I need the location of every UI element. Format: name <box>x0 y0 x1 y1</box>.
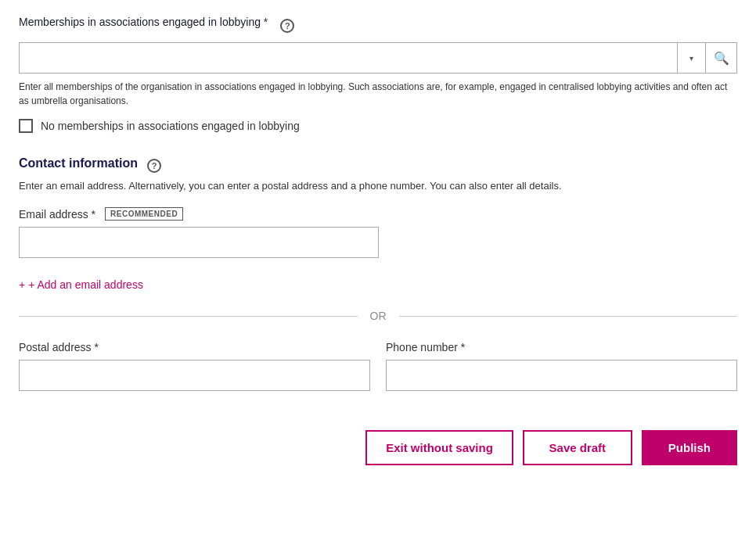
postal-label: Postal address * <box>19 341 99 353</box>
postal-label-text: Postal address <box>19 341 92 353</box>
memberships-dropdown-input[interactable] <box>20 43 677 73</box>
memberships-section: Memberships in associations engaged in l… <box>19 16 737 133</box>
memberships-label: Memberships in associations engaged in l… <box>19 16 268 28</box>
memberships-label-text: Memberships in associations engaged in l… <box>19 16 261 28</box>
memberships-help-text: Enter all memberships of the organisatio… <box>19 80 737 108</box>
contact-description: Enter an email address. Alternatively, y… <box>19 180 737 192</box>
or-label: OR <box>358 310 399 322</box>
memberships-dropdown-wrapper: ▾ 🔍 <box>19 42 737 74</box>
or-divider: OR <box>19 310 737 322</box>
postal-field-col: Postal address * <box>19 341 370 391</box>
phone-required: * <box>461 341 465 353</box>
recommended-badge: RECOMMENDED <box>105 207 183 221</box>
phone-input[interactable] <box>386 360 737 391</box>
postal-input[interactable] <box>19 360 370 391</box>
postal-required: * <box>95 341 99 353</box>
search-icon: 🔍 <box>714 51 729 66</box>
contact-title: Contact information <box>19 156 138 170</box>
email-label-text: Email address <box>19 208 88 221</box>
publish-button[interactable]: Publish <box>642 430 737 465</box>
action-bar: Exit without saving Save draft Publish <box>19 414 737 473</box>
memberships-required: * <box>264 16 268 28</box>
chevron-down-icon: ▾ <box>689 54 693 63</box>
phone-field-col: Phone number * <box>386 341 737 391</box>
email-required: * <box>92 208 95 221</box>
contact-help-icon[interactable]: ? <box>147 159 161 173</box>
save-draft-button[interactable]: Save draft <box>523 430 632 465</box>
email-field-section: Email address * RECOMMENDED <box>19 207 737 258</box>
email-input[interactable] <box>19 227 379 258</box>
add-email-label: + Add an email address <box>28 278 143 291</box>
email-label: Email address * <box>19 208 95 221</box>
email-input-wrapper <box>19 227 379 258</box>
contact-section: Contact information ? Enter an email add… <box>19 156 737 391</box>
memberships-help-icon[interactable]: ? <box>280 19 294 33</box>
exit-without-saving-button[interactable]: Exit without saving <box>365 430 513 465</box>
memberships-dropdown-arrow[interactable]: ▾ <box>677 43 705 73</box>
no-memberships-label[interactable]: No memberships in associations engaged i… <box>41 120 300 132</box>
plus-icon: + <box>19 278 25 291</box>
phone-label-text: Phone number <box>386 341 458 353</box>
phone-label: Phone number * <box>386 341 465 353</box>
postal-phone-row: Postal address * Phone number * <box>19 341 737 391</box>
add-email-link[interactable]: + + Add an email address <box>19 278 143 291</box>
no-memberships-checkbox[interactable] <box>19 119 33 133</box>
memberships-search-button[interactable]: 🔍 <box>705 43 736 73</box>
no-memberships-wrapper: No memberships in associations engaged i… <box>19 119 737 133</box>
